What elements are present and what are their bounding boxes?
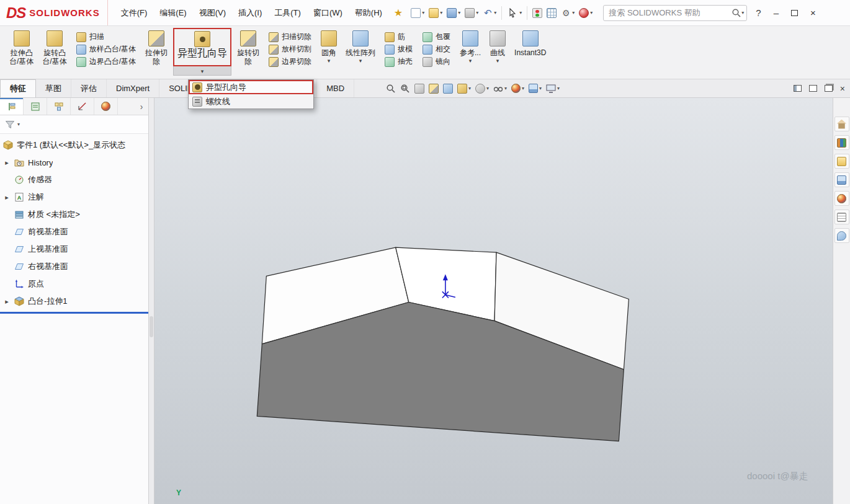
tree-item-material[interactable]: 材质 <未指定> bbox=[0, 206, 148, 223]
tab-sketch[interactable]: 草图 bbox=[36, 79, 71, 97]
menu-tools[interactable]: 工具(T) bbox=[269, 4, 306, 22]
panel-splitter[interactable] bbox=[149, 98, 154, 504]
curves-button[interactable]: 曲线 ▾ bbox=[485, 28, 510, 79]
graphics-viewport[interactable]: Y dooooi t@暴走 bbox=[154, 98, 833, 504]
displaymanager-tab[interactable] bbox=[94, 98, 118, 115]
view-orientation-button[interactable]: ▾ bbox=[457, 84, 471, 94]
zoom-area-button[interactable] bbox=[400, 84, 410, 94]
appearances-scenes-button[interactable] bbox=[834, 191, 849, 206]
lofted-cut-button[interactable]: 放样切割 bbox=[269, 44, 311, 55]
menu-view[interactable]: 视图(V) bbox=[194, 4, 231, 22]
evaluate-table-button[interactable] bbox=[545, 6, 558, 20]
close-pane-button[interactable]: × bbox=[840, 84, 845, 94]
minimize-button[interactable]: – bbox=[767, 6, 785, 19]
help-search-input[interactable] bbox=[609, 8, 731, 17]
fillet-button[interactable]: 圆角 ▾ bbox=[316, 28, 341, 79]
flyout-item-hole-wizard[interactable]: 异型孔向导 bbox=[189, 80, 313, 94]
search-scope-chevron-icon[interactable]: ▾ bbox=[741, 11, 744, 15]
view-settings-button[interactable]: ▾ bbox=[546, 84, 560, 93]
zoom-fit-button[interactable] bbox=[386, 84, 396, 94]
save-button[interactable]: ▾ bbox=[445, 6, 462, 20]
reference-geometry-button[interactable]: 参考... ▾ bbox=[455, 28, 485, 79]
tab-evaluate[interactable]: 评估 bbox=[71, 79, 107, 97]
rebuild-button[interactable] bbox=[530, 6, 544, 20]
revolved-cut-button[interactable]: 旋转切 除 bbox=[233, 28, 264, 79]
extruded-cut-button[interactable]: 拉伸切 除 bbox=[141, 28, 172, 79]
lofted-boss-button[interactable]: 放样凸台/基体 bbox=[76, 44, 136, 55]
linear-pattern-button[interactable]: 线性阵列 ▾ bbox=[341, 28, 380, 79]
rollback-bar[interactable] bbox=[0, 312, 148, 314]
featuremanager-tab[interactable] bbox=[0, 98, 24, 115]
options-button[interactable]: ⚙▾ bbox=[559, 6, 576, 20]
edit-appearance-button[interactable]: ▾ bbox=[511, 84, 524, 93]
tab-mbd[interactable]: MBD bbox=[317, 79, 354, 97]
section-view-button[interactable] bbox=[429, 84, 439, 94]
dimxpertmanager-tab[interactable] bbox=[71, 98, 94, 115]
float-pane-button[interactable] bbox=[825, 83, 833, 94]
menu-file[interactable]: 文件(F) bbox=[115, 4, 153, 22]
previous-view-button[interactable] bbox=[414, 84, 424, 94]
tree-item-origin[interactable]: 原点 bbox=[0, 275, 148, 293]
flyout-item-thread[interactable]: 螺纹线 bbox=[189, 94, 313, 108]
new-document-button[interactable]: ▾ bbox=[409, 6, 426, 20]
intersect-button[interactable]: 相交 bbox=[423, 44, 450, 55]
rib-button[interactable]: 筋 bbox=[385, 32, 413, 42]
tree-item-boss-extrude1[interactable]: ▸ 凸台-拉伸1 bbox=[0, 293, 148, 310]
help-button[interactable]: ? bbox=[756, 7, 761, 18]
close-button[interactable]: × bbox=[804, 6, 822, 19]
menu-insert[interactable]: 插入(I) bbox=[233, 4, 267, 22]
forum-button[interactable] bbox=[834, 228, 849, 243]
swept-boss-button[interactable]: 扫描 bbox=[76, 32, 136, 42]
wrap-button[interactable]: 包覆 bbox=[423, 32, 450, 42]
apply-scene-button[interactable]: ▾ bbox=[529, 84, 542, 93]
filter-chevron-icon[interactable]: ▾ bbox=[17, 122, 20, 127]
print-button[interactable]: ▾ bbox=[463, 6, 480, 20]
tree-item-annotations[interactable]: ▸ A 注解 bbox=[0, 188, 148, 206]
tree-item-top-plane[interactable]: 上视基准面 bbox=[0, 241, 148, 258]
filter-funnel-icon[interactable] bbox=[5, 120, 15, 129]
hide-show-items-button[interactable]: ▾ bbox=[493, 84, 507, 94]
open-button[interactable]: ▾ bbox=[427, 6, 444, 20]
tree-item-sensors[interactable]: 传感器 bbox=[0, 171, 148, 188]
file-explorer-button[interactable] bbox=[834, 154, 849, 169]
draft-button[interactable]: 拔模 bbox=[385, 44, 413, 55]
pin-menu-icon[interactable]: ★ bbox=[394, 7, 403, 19]
extruded-boss-button[interactable]: 拉伸凸 台/基体 bbox=[5, 28, 38, 79]
revolved-boss-button[interactable]: 旋转凸 台/基体 bbox=[38, 28, 71, 79]
menu-help[interactable]: 帮助(H) bbox=[349, 4, 388, 22]
instant3d-button[interactable]: Instant3D bbox=[510, 28, 550, 79]
propertymanager-tab[interactable] bbox=[24, 98, 47, 115]
tree-root-part[interactable]: 零件1 (默认<<默认>_显示状态 bbox=[0, 136, 148, 154]
shell-button[interactable]: 抽壳 bbox=[385, 56, 413, 67]
resources-home-button[interactable] bbox=[834, 117, 849, 131]
design-library-button[interactable] bbox=[834, 135, 849, 150]
maximize-button[interactable] bbox=[785, 6, 804, 19]
menu-window[interactable]: 窗口(W) bbox=[308, 4, 348, 22]
split-pane-left-button[interactable] bbox=[794, 83, 802, 94]
expand-arrow-icon[interactable]: ▸ bbox=[3, 298, 11, 306]
swept-cut-button[interactable]: 扫描切除 bbox=[269, 32, 311, 42]
hole-wizard-button[interactable]: 异型孔向导 bbox=[173, 28, 231, 66]
tree-item-history[interactable]: ▸ History bbox=[0, 154, 148, 171]
panel-tab-overflow-chevron[interactable]: › bbox=[135, 98, 148, 115]
edit-appearance-quick-button[interactable]: ▾ bbox=[577, 6, 594, 20]
split-pane-right-button[interactable] bbox=[809, 83, 817, 94]
display-style-button[interactable]: ▾ bbox=[475, 84, 489, 94]
configurationmanager-tab[interactable] bbox=[47, 98, 71, 115]
tree-item-right-plane[interactable]: 右视基准面 bbox=[0, 258, 148, 275]
boundary-cut-button[interactable]: 边界切除 bbox=[269, 56, 311, 67]
boundary-boss-button[interactable]: 边界凸台/基体 bbox=[76, 56, 136, 67]
expand-arrow-icon[interactable]: ▸ bbox=[3, 193, 11, 201]
mirror-button[interactable]: 镜向 bbox=[423, 56, 450, 67]
search-icon[interactable] bbox=[731, 8, 741, 18]
tree-item-front-plane[interactable]: 前视基准面 bbox=[0, 223, 148, 241]
tab-features[interactable]: 特征 bbox=[0, 79, 36, 97]
custom-properties-button[interactable] bbox=[834, 210, 849, 224]
expand-arrow-icon[interactable]: ▸ bbox=[3, 159, 11, 167]
view-palette-button[interactable] bbox=[834, 172, 849, 187]
undo-button[interactable]: ↶▾ bbox=[481, 6, 498, 20]
tab-dimxpert[interactable]: DimXpert bbox=[107, 79, 159, 97]
hole-wizard-flyout-toggle[interactable]: ▾ bbox=[173, 66, 231, 76]
menu-edit[interactable]: 编辑(E) bbox=[154, 4, 192, 22]
select-button[interactable]: ▾ bbox=[505, 6, 524, 20]
